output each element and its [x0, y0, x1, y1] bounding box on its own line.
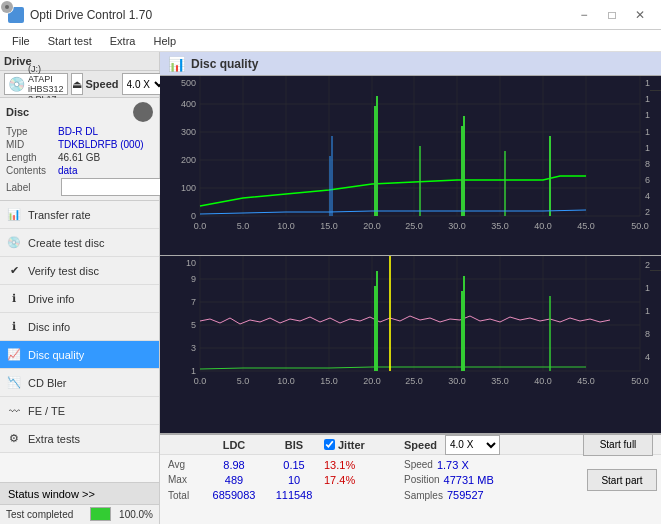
menu-file[interactable]: File — [4, 33, 38, 49]
svg-text:35.0: 35.0 — [491, 376, 509, 386]
svg-text:45.0: 45.0 — [577, 221, 595, 231]
svg-text:10.0: 10.0 — [277, 221, 295, 231]
nav-extra-tests[interactable]: ⚙ Extra tests — [0, 425, 159, 453]
samples-label: Samples — [404, 490, 443, 501]
minimize-button[interactable]: − — [571, 5, 597, 25]
chart-header: 📊 Disc quality — [160, 52, 661, 76]
status-text: Test completed — [6, 509, 86, 520]
jitter-checkbox[interactable] — [324, 439, 335, 450]
svg-text:20.0: 20.0 — [363, 376, 381, 386]
close-button[interactable]: ✕ — [627, 5, 653, 25]
drive-cd-icon: 💿 — [8, 76, 25, 92]
lower-chart: BIS Jitter — [160, 256, 661, 434]
nav-create-test-disc[interactable]: 💿 Create test disc — [0, 229, 159, 257]
svg-text:0.0: 0.0 — [194, 376, 207, 386]
status-progress-row: Test completed 100.0% — [0, 505, 159, 523]
stats-speed-dropdown[interactable]: 4.0 X 2.0 X — [445, 435, 500, 455]
svg-text:16%: 16% — [645, 283, 650, 293]
svg-text:4%: 4% — [645, 352, 650, 362]
mid-label: MID — [6, 139, 58, 150]
status-window-button[interactable]: Status window >> — [0, 483, 159, 505]
svg-text:3: 3 — [191, 343, 196, 353]
lower-chart-svg: 1 3 5 7 9 10 20% 16% 12% 8% 4% 0.0 5.0 1… — [160, 256, 650, 386]
svg-text:8X: 8X — [645, 159, 650, 169]
svg-text:40.0: 40.0 — [534, 221, 552, 231]
svg-text:2X: 2X — [645, 207, 650, 217]
max-bis: 10 — [264, 474, 324, 486]
svg-text:9: 9 — [191, 274, 196, 284]
svg-text:200: 200 — [181, 155, 196, 165]
svg-text:50.0: 50.0 — [631, 221, 649, 231]
svg-text:15.0: 15.0 — [320, 221, 338, 231]
nav-verify-test-disc[interactable]: ✔ Verify test disc — [0, 257, 159, 285]
speed-header: Speed — [404, 439, 437, 451]
progress-percentage: 100.0% — [115, 509, 153, 520]
svg-text:20%: 20% — [645, 260, 650, 270]
avg-jitter: 13.1% — [324, 459, 404, 471]
max-label: Max — [168, 474, 204, 485]
type-value: BD-R DL — [58, 126, 98, 137]
svg-text:10.0: 10.0 — [277, 376, 295, 386]
svg-text:25.0: 25.0 — [405, 221, 423, 231]
length-value: 46.61 GB — [58, 152, 100, 163]
charts-container: LDC Read speed Write speed — [160, 76, 661, 434]
avg-ldc: 8.98 — [204, 459, 264, 471]
svg-text:5.0: 5.0 — [237, 376, 250, 386]
nav-transfer-rate[interactable]: 📊 Transfer rate — [0, 201, 159, 229]
svg-text:4X: 4X — [645, 191, 650, 201]
verify-disc-icon: ✔ — [6, 263, 22, 279]
svg-text:1: 1 — [191, 366, 196, 376]
svg-text:14X: 14X — [645, 110, 650, 120]
svg-text:5: 5 — [191, 320, 196, 330]
svg-point-3 — [5, 5, 9, 9]
svg-text:25.0: 25.0 — [405, 376, 423, 386]
nav-buttons: 📊 Transfer rate 💿 Create test disc ✔ Ver… — [0, 201, 159, 482]
right-panel: 📊 Disc quality LDC Read speed — [160, 52, 661, 524]
menu-start-test[interactable]: Start test — [40, 33, 100, 49]
nav-drive-info[interactable]: ℹ Drive info — [0, 285, 159, 313]
avg-bis: 0.15 — [264, 459, 324, 471]
svg-text:30.0: 30.0 — [448, 376, 466, 386]
nav-disc-quality[interactable]: 📈 Disc quality — [0, 341, 159, 369]
svg-text:100: 100 — [181, 183, 196, 193]
total-bis: 111548 — [264, 489, 324, 501]
svg-text:0: 0 — [191, 211, 196, 221]
start-full-button[interactable]: Start full — [583, 434, 653, 456]
svg-text:10X: 10X — [645, 143, 650, 153]
cd-bler-icon: 📉 — [6, 375, 22, 391]
svg-text:5.0: 5.0 — [237, 221, 250, 231]
disc-info-panel: Disc Type BD-R DL MID TDKBLDRFB (000) Le… — [0, 98, 159, 201]
svg-text:0.0: 0.0 — [194, 221, 207, 231]
svg-text:30.0: 30.0 — [448, 221, 466, 231]
svg-text:20.0: 20.0 — [363, 221, 381, 231]
total-ldc: 6859083 — [204, 489, 264, 501]
disc-quality-icon: 📈 — [6, 347, 22, 363]
menu-help[interactable]: Help — [145, 33, 184, 49]
svg-text:500: 500 — [181, 78, 196, 88]
maximize-button[interactable]: □ — [599, 5, 625, 25]
disc-info-icon: ℹ — [6, 319, 22, 335]
nav-disc-info[interactable]: ℹ Disc info — [0, 313, 159, 341]
svg-text:35.0: 35.0 — [491, 221, 509, 231]
nav-cd-bler[interactable]: 📉 CD Bler — [0, 369, 159, 397]
svg-text:15.0: 15.0 — [320, 376, 338, 386]
title-bar: Opti Drive Control 1.70 − □ ✕ — [0, 0, 661, 30]
contents-label: Contents — [6, 165, 58, 176]
svg-text:45.0: 45.0 — [577, 376, 595, 386]
menu-bar: File Start test Extra Help — [0, 30, 661, 52]
eject-button[interactable]: ⏏ — [71, 73, 83, 95]
start-part-button[interactable]: Start part — [587, 469, 657, 491]
ldc-header: LDC — [204, 439, 264, 451]
avg-speed: 1.73 X — [437, 459, 469, 471]
status-bar: Status window >> Test completed 100.0% — [0, 482, 159, 524]
title-bar-left: Opti Drive Control 1.70 — [8, 7, 152, 23]
svg-text:300: 300 — [181, 127, 196, 137]
menu-extra[interactable]: Extra — [102, 33, 144, 49]
total-label: Total — [168, 490, 204, 501]
left-panel: Drive 💿 (J:) ATAPI iHBS312 2 PL17 ⏏ Spee… — [0, 52, 160, 524]
position-value: 47731 MB — [444, 474, 494, 486]
nav-fe-te[interactable]: 〰 FE / TE — [0, 397, 159, 425]
speed-row-label: Speed — [404, 459, 433, 470]
max-ldc: 489 — [204, 474, 264, 486]
chart-title: Disc quality — [191, 57, 258, 71]
